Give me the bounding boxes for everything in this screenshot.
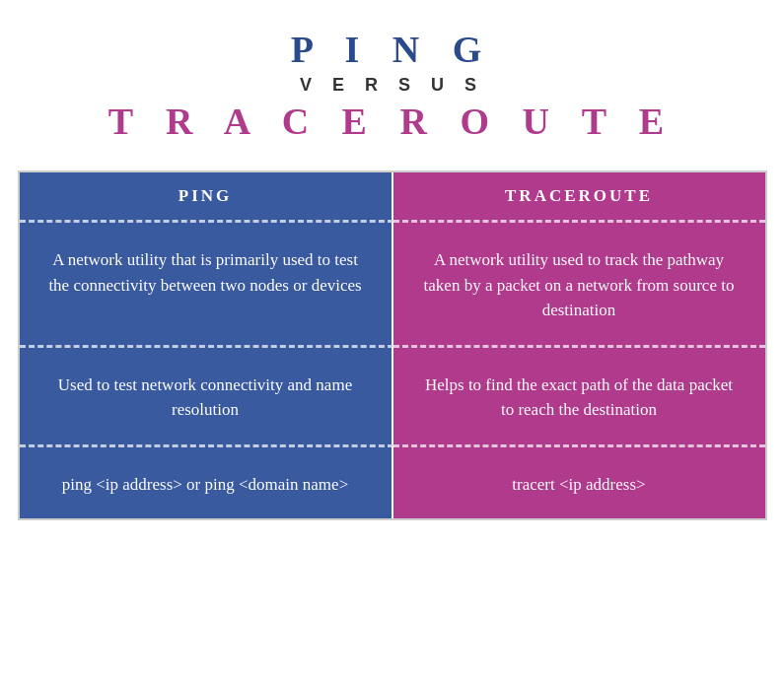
versus-label: V E R S U S: [0, 75, 784, 96]
data-row-2: Used to test network connectivity and na…: [20, 351, 765, 444]
data-row-3: ping <ip address> or ping <domain name> …: [20, 450, 765, 519]
ping-cell-1: A network utility that is primarily used…: [20, 226, 393, 345]
traceroute-cell-2: Helps to find the exact path of the data…: [393, 351, 765, 444]
ping-title: P I N G: [0, 28, 784, 71]
traceroute-column-header: TRACEROUTE: [393, 172, 765, 220]
data-row-1: A network utility that is primarily used…: [20, 226, 765, 345]
column-header-row: PING TRACEROUTE: [20, 172, 765, 220]
header-section: P I N G V E R S U S T R A C E R O U T E: [0, 0, 784, 161]
ping-column-header: PING: [20, 172, 393, 220]
ping-cell-2: Used to test network connectivity and na…: [20, 351, 393, 444]
traceroute-cell-1: A network utility used to track the path…: [393, 226, 765, 345]
traceroute-cell-3: tracert <ip address>: [393, 450, 765, 519]
comparison-table: PING TRACEROUTE A network utility that i…: [18, 170, 767, 520]
traceroute-title: T R A C E R O U T E: [0, 100, 784, 143]
ping-cell-3: ping <ip address> or ping <domain name>: [20, 450, 393, 519]
